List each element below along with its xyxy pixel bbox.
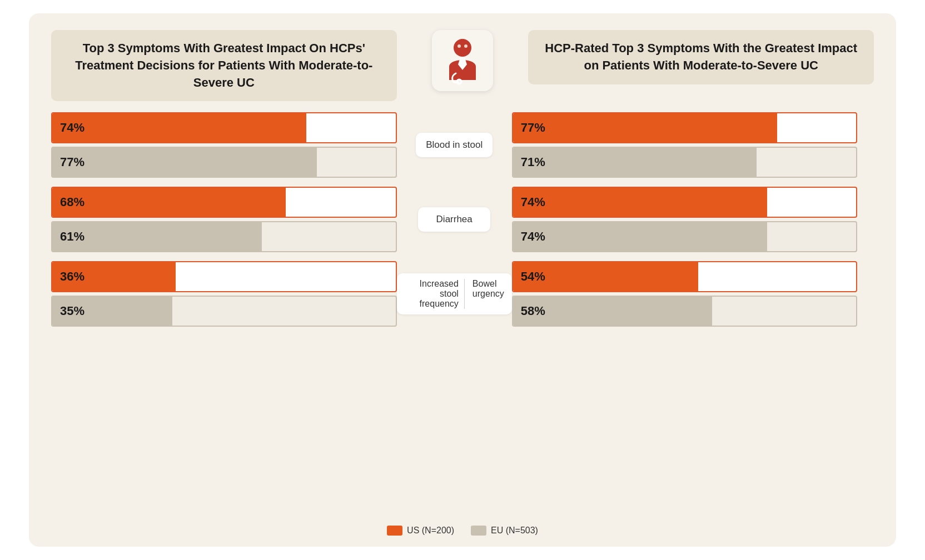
- header-left: Top 3 Symptoms With Greatest Impact On H…: [51, 30, 397, 101]
- legend-us: US (N=200): [387, 526, 454, 536]
- center-split-right-3: Bowel urgency: [470, 279, 504, 309]
- right-gray-fill-1: 71%: [513, 148, 757, 177]
- right-orange-label-2: 74%: [521, 195, 545, 209]
- center-label-box-3: Increased stool frequency Bowel urgency: [397, 273, 512, 314]
- right-gray-fill-2: 74%: [513, 222, 767, 251]
- left-gray-bar-1: 77%: [51, 147, 397, 178]
- left-gray-fill-3: 35%: [52, 297, 172, 326]
- center-label-box-1: Blood in stool: [416, 133, 493, 157]
- right-orange-label-1: 77%: [521, 121, 545, 135]
- left-title: Top 3 Symptoms With Greatest Impact On H…: [64, 40, 384, 91]
- center-label-3: Increased stool frequency Bowel urgency: [397, 273, 512, 314]
- right-gray-label-3: 58%: [521, 304, 545, 318]
- center-text-1: Blood in stool: [426, 139, 483, 150]
- right-gray-label-2: 74%: [521, 229, 545, 244]
- doctor-icon-container: [432, 30, 493, 91]
- legend-eu-swatch: [471, 526, 486, 536]
- left-orange-label-1: 74%: [60, 121, 84, 135]
- legend-eu-label: EU (N=503): [491, 526, 538, 536]
- right-orange-fill-3: 54%: [513, 262, 699, 291]
- left-gray-bar-2: 61%: [51, 221, 397, 252]
- right-gray-bar-1: 71%: [512, 147, 858, 178]
- right-gray-fill-3: 58%: [513, 297, 712, 326]
- row-group-2: 68% 61% Diarrhea 74%: [51, 187, 874, 252]
- left-orange-fill-3: 36%: [52, 262, 176, 291]
- right-gray-bar-3: 58%: [512, 296, 858, 327]
- right-orange-bar-1: 77%: [512, 112, 858, 143]
- svg-point-3: [464, 44, 468, 48]
- legend-section: US (N=200) EU (N=503): [387, 526, 538, 536]
- right-orange-fill-2: 74%: [513, 188, 767, 217]
- right-bars-3: 54% 58%: [512, 261, 858, 327]
- right-gray-bar-2: 74%: [512, 221, 858, 252]
- left-gray-bar-3: 35%: [51, 296, 397, 327]
- left-orange-fill-1: 74%: [52, 113, 306, 142]
- left-gray-fill-1: 77%: [52, 148, 317, 177]
- left-orange-label-2: 68%: [60, 195, 84, 209]
- left-bars-3: 36% 35%: [51, 261, 397, 327]
- right-bars-1: 77% 71%: [512, 112, 858, 178]
- left-orange-bar-2: 68%: [51, 187, 397, 218]
- right-orange-label-3: 54%: [521, 269, 545, 284]
- right-orange-bar-2: 74%: [512, 187, 858, 218]
- doctor-icon: [440, 36, 485, 86]
- center-label-2: Diarrhea: [397, 207, 512, 232]
- header-right: HCP-Rated Top 3 Symptoms With the Greate…: [528, 30, 874, 84]
- left-gray-fill-2: 61%: [52, 222, 262, 251]
- right-orange-bar-3: 54%: [512, 261, 858, 292]
- left-bars-1: 74% 77%: [51, 112, 397, 178]
- right-title: HCP-Rated Top 3 Symptoms With the Greate…: [541, 40, 861, 74]
- right-bars-2: 74% 74%: [512, 187, 858, 252]
- content-section: 74% 77% Blood in stool 77%: [51, 112, 874, 521]
- row-group-1: 74% 77% Blood in stool 77%: [51, 112, 874, 178]
- right-gray-label-1: 71%: [521, 155, 545, 169]
- center-label-box-2: Diarrhea: [418, 207, 490, 232]
- left-bars-2: 68% 61%: [51, 187, 397, 252]
- svg-point-1: [457, 79, 461, 84]
- center-split-left-3: Increased stool frequency: [405, 279, 465, 309]
- left-orange-fill-2: 68%: [52, 188, 286, 217]
- row-group-3: 36% 35% Increased stool frequency Bowel …: [51, 261, 874, 327]
- legend-eu: EU (N=503): [471, 526, 538, 536]
- main-container: Top 3 Symptoms With Greatest Impact On H…: [29, 13, 896, 547]
- legend-us-label: US (N=200): [407, 526, 454, 536]
- svg-point-0: [454, 39, 471, 57]
- left-orange-bar-3: 36%: [51, 261, 397, 292]
- left-orange-bar-1: 74%: [51, 112, 397, 143]
- left-gray-label-1: 77%: [60, 155, 84, 169]
- header-center: [405, 30, 520, 91]
- left-gray-label-2: 61%: [60, 229, 84, 244]
- center-text-2: Diarrhea: [436, 214, 473, 224]
- legend-us-swatch: [387, 526, 402, 536]
- center-label-1: Blood in stool: [397, 133, 512, 157]
- top-section: Top 3 Symptoms With Greatest Impact On H…: [51, 30, 874, 101]
- svg-point-2: [457, 44, 461, 48]
- left-gray-label-3: 35%: [60, 304, 84, 318]
- right-orange-fill-1: 77%: [513, 113, 778, 142]
- left-orange-label-3: 36%: [60, 269, 84, 284]
